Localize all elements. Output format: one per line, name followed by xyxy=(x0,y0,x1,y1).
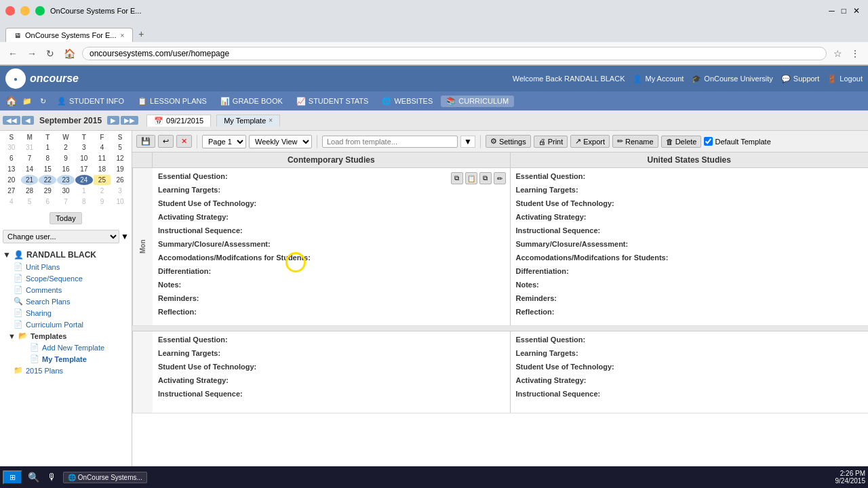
load-template-input[interactable] xyxy=(322,136,458,148)
cal-cell[interactable]: 31 xyxy=(21,142,39,152)
cal-cell[interactable]: 19 xyxy=(111,164,129,174)
view-select[interactable]: Weekly View xyxy=(249,135,312,148)
home-button[interactable]: 🏠 xyxy=(61,47,78,60)
nav-curriculum[interactable]: 📚 CURRICULUM xyxy=(441,96,514,107)
cal-cell[interactable]: 8 xyxy=(39,153,56,163)
cal-cell[interactable]: 9 xyxy=(57,153,75,163)
cal-prev-button[interactable]: ◀◀ xyxy=(3,116,20,125)
cal-next-month-button[interactable]: ▶ xyxy=(107,116,119,125)
cal-cell[interactable]: 10 xyxy=(111,197,129,207)
cal-cell[interactable]: 18 xyxy=(94,164,111,174)
close-icon[interactable]: ✕ xyxy=(850,6,863,16)
copy-icon-btn[interactable]: ⧉ xyxy=(451,172,463,184)
folder-icon[interactable]: 📁 xyxy=(20,96,35,107)
my-account-button[interactable]: 👤 My Account xyxy=(633,75,684,83)
tree-add-new-template[interactable]: 📄 Add New Template xyxy=(19,342,129,353)
cancel-button[interactable]: ✕ xyxy=(176,135,192,148)
cal-cell[interactable]: 21 xyxy=(21,175,39,185)
cal-cell[interactable]: 3 xyxy=(111,186,129,196)
refresh-button[interactable]: ↻ xyxy=(43,47,57,60)
settings-icon[interactable]: ⋮ xyxy=(848,47,863,60)
back-button[interactable]: ← xyxy=(5,47,20,60)
nav-websites[interactable]: 🌐 WEBSITES xyxy=(376,96,438,107)
settings-button[interactable]: ⚙ Settings xyxy=(486,135,531,148)
cal-cell[interactable]: 7 xyxy=(57,197,75,207)
cal-cell[interactable]: 14 xyxy=(21,164,39,174)
tree-curriculum-portal[interactable]: 📄 Curriculum Portal xyxy=(3,319,129,330)
load-dropdown-icon[interactable]: ▼ xyxy=(460,136,475,148)
tree-scope-sequence[interactable]: 📄 Scope/Sequence xyxy=(3,272,129,284)
cal-cell[interactable]: 5 xyxy=(21,197,39,207)
cal-cell[interactable]: 7 xyxy=(21,153,39,163)
cal-next-button[interactable]: ▶▶ xyxy=(121,116,138,125)
maximize-icon[interactable]: □ xyxy=(839,6,849,16)
print-button[interactable]: 🖨 Print xyxy=(534,136,568,148)
home-nav-icon[interactable]: 🏠 xyxy=(5,96,17,106)
cal-cell[interactable]: 6 xyxy=(3,153,20,163)
cal-cell[interactable]: 29 xyxy=(39,186,56,196)
cal-cell[interactable]: 23 xyxy=(57,175,75,185)
lesson-cell-2-us-studies[interactable]: Essential Question: Learning Targets: St… xyxy=(511,331,869,413)
cal-prev-month-button[interactable]: ◀ xyxy=(22,116,34,125)
change-user-select[interactable]: Change user... xyxy=(3,230,119,243)
cal-cell[interactable]: 6 xyxy=(39,197,56,207)
cal-cell[interactable]: 28 xyxy=(21,186,39,196)
date-tab[interactable]: 📅 09/21/2015 xyxy=(146,115,211,127)
undo-button[interactable]: ↩ xyxy=(158,135,174,148)
cal-cell[interactable]: 25 xyxy=(94,175,111,185)
cal-cell[interactable]: 15 xyxy=(39,164,56,174)
taskbar-search-icon[interactable]: 🔍 xyxy=(25,469,41,485)
cal-cell[interactable]: 13 xyxy=(3,164,20,174)
url-input[interactable] xyxy=(82,47,827,60)
lesson-cell-mon-us-studies[interactable]: Essential Question: Learning Targets: St… xyxy=(511,168,869,325)
nav-lesson-plans[interactable]: 📋 LESSON PLANS xyxy=(132,96,212,107)
user-dropdown-icon[interactable]: ▼ xyxy=(121,232,129,241)
cal-cell[interactable]: 30 xyxy=(3,142,20,152)
forward-button[interactable]: → xyxy=(24,47,39,60)
nav-grade-book[interactable]: 📊 GRADE BOOK xyxy=(215,96,288,107)
logout-button[interactable]: 🚪 Logout xyxy=(827,75,863,83)
cal-cell[interactable]: 27 xyxy=(3,186,20,196)
minimize-icon[interactable]: ─ xyxy=(826,6,837,16)
new-tab-button[interactable]: + xyxy=(133,26,149,42)
tree-search-plans[interactable]: 🔍 Search Plans xyxy=(3,296,129,307)
tab-close-icon[interactable]: × xyxy=(120,32,124,39)
cal-cell[interactable]: 9 xyxy=(94,197,111,207)
edit-icon-btn[interactable]: ✏ xyxy=(494,172,506,184)
cal-cell[interactable]: 24 xyxy=(75,175,93,185)
cal-cell[interactable]: 2 xyxy=(57,142,75,152)
support-button[interactable]: 💬 Support xyxy=(781,75,820,83)
cal-cell[interactable]: 20 xyxy=(3,175,20,185)
cal-cell[interactable]: 3 xyxy=(75,142,93,152)
template-tab[interactable]: My Template × xyxy=(216,115,280,127)
rename-button[interactable]: ✏ Rename xyxy=(612,135,658,148)
start-button[interactable]: ⊞ xyxy=(3,470,22,485)
nav-student-stats[interactable]: 📈 STUDENT STATS xyxy=(291,96,374,107)
cal-cell[interactable]: 2 xyxy=(94,186,111,196)
export-button[interactable]: ↗ Export xyxy=(570,135,610,148)
nav-student-info[interactable]: 👤 STUDENT INFO xyxy=(52,96,130,107)
cal-cell[interactable]: 8 xyxy=(75,197,93,207)
browser-tab[interactable]: 🖥 OnCourse Systems For E... × xyxy=(5,28,133,42)
university-button[interactable]: 🎓 OnCourse University xyxy=(692,75,772,83)
cal-cell[interactable]: 26 xyxy=(111,175,129,185)
paste-icon-btn[interactable]: 📋 xyxy=(465,172,477,184)
page-select[interactable]: Page 1 xyxy=(202,135,246,148)
template-tab-close[interactable]: × xyxy=(269,117,273,124)
cal-cell[interactable]: 30 xyxy=(57,186,75,196)
save-button[interactable]: 💾 xyxy=(136,135,155,148)
cal-cell[interactable]: 12 xyxy=(111,153,129,163)
tree-my-template[interactable]: 📄 My Template xyxy=(19,353,129,365)
cal-cell[interactable]: 4 xyxy=(94,142,111,152)
cal-cell[interactable]: 10 xyxy=(75,153,93,163)
tree-unit-plans[interactable]: 📄 Unit Plans xyxy=(3,261,129,272)
today-button[interactable]: Today xyxy=(50,212,81,224)
tree-sharing[interactable]: 📄 Sharing xyxy=(3,307,129,319)
lesson-cell-mon-contemporary[interactable]: ⧉ 📋 ⧉ ✏ Essential Question: Learning Tar… xyxy=(153,168,511,325)
cal-cell[interactable]: 22 xyxy=(39,175,56,185)
tree-user-node[interactable]: ▼ 👤 RANDALL BLACK xyxy=(3,249,129,261)
default-template-checkbox[interactable] xyxy=(704,137,713,146)
cal-cell[interactable]: 1 xyxy=(39,142,56,152)
cal-cell[interactable]: 5 xyxy=(111,142,129,152)
refresh-nav-icon[interactable]: ↻ xyxy=(37,96,49,107)
